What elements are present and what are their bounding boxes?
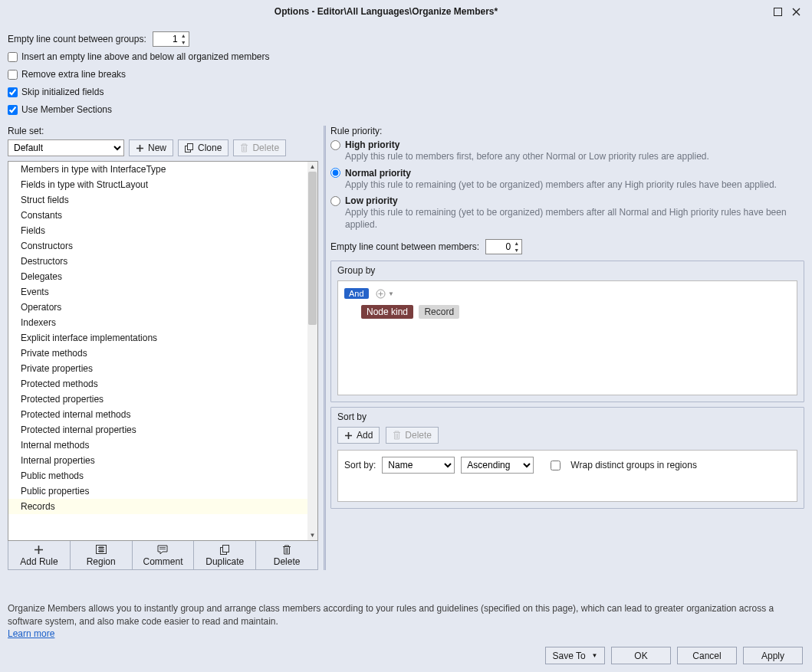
rule-list-item[interactable]: Protected methods — [8, 376, 307, 392]
rule-list-item[interactable]: Fields in type with StructLayout — [8, 177, 307, 192]
spinner-up-icon[interactable]: ▲ — [512, 240, 521, 247]
skip-initialized-label: Skip initialized fields — [21, 87, 104, 97]
footer-text: Organize Members allows you to instantly… — [8, 603, 774, 626]
duplicate-label: Duplicate — [205, 556, 244, 567]
ok-button[interactable]: OK — [611, 647, 671, 664]
close-button[interactable] — [791, 6, 801, 17]
add-sort-button[interactable]: Add — [337, 427, 380, 444]
and-chip[interactable]: And — [344, 288, 369, 299]
rule-list-item[interactable]: Fields — [8, 223, 307, 238]
rule-list-item[interactable]: Explicit interface implementations — [8, 330, 307, 346]
add-rule-button[interactable]: Add Rule — [8, 541, 71, 569]
rules-listbox[interactable]: Members in type with InterfaceTypeFields… — [8, 161, 318, 541]
group-by-title: Group by — [331, 261, 804, 276]
plus-icon — [136, 144, 144, 152]
rule-list-item[interactable]: Delegates — [8, 269, 307, 284]
save-to-label: Save To — [552, 651, 585, 661]
delete-rule-button[interactable]: Delete — [256, 541, 317, 569]
spinner-up-icon[interactable]: ▲ — [179, 32, 188, 39]
scroll-up-icon[interactable]: ▲ — [307, 162, 317, 172]
chevron-down-icon: ▼ — [388, 290, 394, 297]
empty-between-members-spinner[interactable]: ▲▼ — [485, 239, 522, 254]
wrap-regions-checkbox[interactable] — [551, 461, 561, 470]
delete-rule-label: Delete — [274, 556, 301, 567]
node-kind-chip[interactable]: Node kind — [361, 305, 413, 319]
ruleset-select[interactable]: Default — [8, 139, 124, 156]
rule-list-item[interactable]: Events — [8, 284, 307, 300]
rule-list-item[interactable]: Members in type with InterfaceType — [8, 162, 307, 177]
rule-list-item[interactable]: Internal properties — [8, 453, 307, 468]
skip-initialized-checkbox[interactable] — [8, 87, 18, 97]
rule-list-item[interactable]: Struct fields — [8, 192, 307, 208]
ruleset-label: Rule set: — [8, 126, 318, 136]
plus-icon — [344, 431, 353, 440]
low-priority-label: Low priority — [345, 195, 398, 206]
learn-more-link[interactable]: Learn more — [8, 628, 54, 639]
comment-label: Comment — [143, 556, 182, 567]
scroll-thumb[interactable] — [308, 172, 317, 325]
spinner-down-icon[interactable]: ▼ — [179, 39, 188, 46]
insert-empty-label: Insert an empty line above and below all… — [21, 51, 270, 62]
sortby-field-select[interactable]: Name — [382, 457, 455, 474]
rule-list-item[interactable]: Records — [8, 499, 307, 514]
spinner-down-icon[interactable]: ▼ — [512, 247, 521, 254]
remove-extra-label: Remove extra line breaks — [21, 69, 126, 80]
high-priority-label: High priority — [345, 139, 399, 150]
normal-priority-desc: Apply this rule to remaining (yet to be … — [345, 179, 804, 192]
duplicate-button[interactable]: Duplicate — [194, 541, 256, 569]
rule-list-item[interactable]: Protected internal methods — [8, 407, 307, 422]
rule-list-item[interactable]: Destructors — [8, 254, 307, 269]
scrollbar[interactable]: ▲ ▼ — [307, 162, 317, 540]
duplicate-icon — [220, 544, 230, 556]
delete-sort-button: Delete — [386, 427, 439, 444]
sortby-direction-select[interactable]: Ascending — [461, 457, 534, 474]
empty-between-members-label: Empty line count between members: — [330, 241, 479, 252]
high-priority-radio[interactable] — [330, 140, 340, 150]
rule-list-item[interactable]: Private methods — [8, 346, 307, 361]
rule-list-item[interactable]: Protected properties — [8, 392, 307, 407]
cancel-label: Cancel — [692, 651, 721, 661]
delete-ruleset-button: Delete — [233, 139, 286, 156]
ok-label: OK — [634, 651, 647, 661]
group-by-panel: And ▼ Node kind Record — [337, 280, 797, 395]
rule-list-item[interactable]: Protected internal properties — [8, 422, 307, 438]
rule-list-item[interactable]: Operators — [8, 300, 307, 315]
high-priority-desc: Apply this rule to members first, before… — [345, 151, 804, 163]
add-condition-button[interactable]: ▼ — [376, 289, 394, 299]
clone-button-label: Clone — [198, 143, 222, 153]
chevron-down-icon: ▼ — [592, 652, 598, 659]
region-button[interactable]: Region — [71, 541, 133, 569]
empty-line-groups-spinner[interactable]: ▲▼ — [153, 31, 189, 47]
window-title: Options - Editor\All Languages\Organize … — [0, 6, 772, 17]
apply-button[interactable]: Apply — [743, 647, 803, 664]
use-member-sections-checkbox[interactable] — [8, 105, 18, 115]
cancel-button[interactable]: Cancel — [677, 647, 737, 664]
scroll-down-icon[interactable]: ▼ — [307, 530, 317, 540]
maximize-button[interactable] — [772, 6, 783, 17]
region-icon — [96, 544, 107, 556]
rule-list-item[interactable]: Internal methods — [8, 438, 307, 453]
low-priority-radio[interactable] — [330, 196, 340, 206]
remove-extra-checkbox[interactable] — [8, 70, 18, 80]
insert-empty-checkbox[interactable] — [8, 52, 18, 62]
sort-by-title: Sort by — [331, 408, 804, 422]
sortby-field-label: Sort by: — [344, 460, 376, 470]
record-chip[interactable]: Record — [419, 305, 459, 319]
empty-line-groups-label: Empty line count between groups: — [8, 34, 146, 44]
rule-list-item[interactable]: Constructors — [8, 238, 307, 254]
rule-list-item[interactable]: Indexers — [8, 315, 307, 330]
comment-icon — [157, 544, 168, 556]
rule-list-item[interactable]: Public properties — [8, 484, 307, 499]
normal-priority-radio[interactable] — [330, 168, 340, 178]
wrap-regions-label: Wrap distinct groups in regions — [570, 460, 697, 470]
normal-priority-label: Normal priority — [345, 168, 411, 179]
save-to-button[interactable]: Save To ▼ — [545, 647, 605, 664]
rule-priority-label: Rule priority: — [330, 126, 804, 136]
new-button[interactable]: New — [129, 139, 173, 156]
add-rule-label: Add Rule — [20, 556, 58, 567]
rule-list-item[interactable]: Constants — [8, 208, 307, 223]
rule-list-item[interactable]: Private properties — [8, 361, 307, 376]
comment-button[interactable]: Comment — [133, 541, 195, 569]
clone-button[interactable]: Clone — [178, 139, 228, 156]
rule-list-item[interactable]: Public methods — [8, 468, 307, 484]
